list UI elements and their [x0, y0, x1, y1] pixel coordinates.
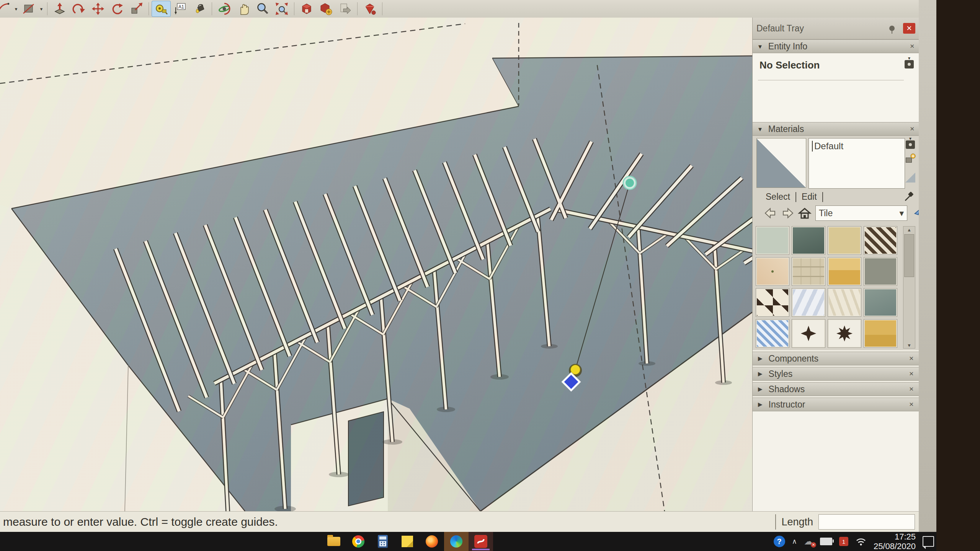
collection-dropdown-value: Tile [819, 208, 899, 218]
components-section-header[interactable]: ▶ Components ✕ [753, 352, 919, 365]
tray-title: Default Tray [756, 23, 889, 34]
material-swatch[interactable] [828, 257, 861, 286]
material-swatch[interactable] [864, 226, 897, 255]
create-material-button[interactable] [905, 153, 916, 166]
material-swatch[interactable] [756, 226, 789, 255]
material-swatch[interactable] [828, 288, 861, 317]
paint-bucket-icon [193, 2, 206, 15]
push-pull-tool[interactable] [50, 1, 69, 17]
follow-me-icon [72, 2, 85, 15]
tray-close-button[interactable]: ✕ [903, 23, 915, 34]
calculator-button[interactable] [371, 532, 395, 551]
arc-tool-caret[interactable]: ▾ [13, 1, 19, 17]
edge-button[interactable] [444, 532, 469, 551]
chrome-button[interactable] [346, 532, 371, 551]
entity-info-close-icon[interactable]: ✕ [910, 43, 915, 50]
sticky-notes-button[interactable] [395, 532, 420, 551]
material-swatch[interactable] [756, 257, 789, 286]
material-name: Default [812, 141, 843, 152]
material-swatch[interactable] [864, 288, 897, 317]
ruby-console-button[interactable] [360, 1, 379, 17]
orbit-tool[interactable] [215, 1, 234, 17]
tray-empty-area [753, 411, 919, 516]
material-preview-thumbnail[interactable] [756, 138, 806, 188]
instructor-section-header[interactable]: ▶ Instructor ✕ [753, 398, 919, 411]
forward-arrow-button[interactable] [781, 207, 794, 219]
components-close-icon[interactable]: ✕ [909, 355, 914, 362]
styles-section-header[interactable]: ▶ Styles ✕ [753, 367, 919, 381]
edge-icon [450, 535, 462, 548]
material-swatch[interactable] [864, 319, 897, 348]
move-tool[interactable] [88, 1, 108, 17]
shadows-close-icon[interactable]: ✕ [909, 386, 914, 393]
onedrive-icon[interactable]: ☁✕ [804, 537, 813, 546]
rectangle-tool[interactable] [19, 1, 38, 17]
model-canvas [0, 18, 752, 511]
taskbar-clock[interactable]: 17:25 25/08/2020 [874, 532, 916, 551]
scrollbar-thumb[interactable] [904, 234, 914, 277]
material-swatch[interactable] [792, 257, 825, 286]
tray-chevron-icon[interactable]: ∧ [792, 537, 797, 546]
tab-edit[interactable]: Edit [796, 192, 822, 202]
materials-close-icon[interactable]: ✕ [910, 126, 915, 132]
laptop-bezel [936, 0, 960, 551]
material-swatch[interactable] [828, 226, 861, 255]
toolbar-separator [382, 2, 382, 15]
extension-warehouse-icon [319, 2, 332, 15]
scroll-up-icon[interactable]: ▴ [908, 227, 910, 233]
scale-tool[interactable] [127, 1, 146, 17]
styles-close-icon[interactable]: ✕ [909, 370, 914, 377]
scroll-down-icon[interactable]: ▾ [908, 342, 910, 348]
materials-label: Materials [768, 124, 804, 134]
back-arrow-button[interactable] [764, 207, 777, 219]
help-tray-icon[interactable]: ? [774, 536, 785, 547]
material-swatch[interactable] [792, 319, 825, 348]
material-swatch[interactable] [828, 319, 861, 348]
ornament-icon [836, 326, 853, 342]
3d-warehouse-button[interactable] [297, 1, 316, 17]
toggle-visibility-icon[interactable]: ▾ [905, 56, 914, 68]
export-model-button[interactable] [335, 1, 354, 17]
zoom-extents-tool[interactable] [272, 1, 291, 17]
materials-header[interactable]: ▼ Materials ✕ [753, 122, 919, 136]
home-button[interactable] [798, 207, 812, 219]
chrome-icon [352, 535, 364, 548]
material-name-box[interactable]: Default [808, 138, 905, 189]
firefox-button[interactable] [420, 532, 444, 551]
material-swatch[interactable] [756, 288, 789, 317]
file-explorer-button[interactable] [322, 532, 346, 551]
extension-warehouse-button[interactable] [316, 1, 335, 17]
follow-me-tool[interactable] [69, 1, 88, 17]
tray-title-bar[interactable]: Default Tray ✕ [753, 18, 919, 39]
toolbar: ▾ ▾ A1 [0, 0, 919, 18]
chevron-right-icon: ▶ [758, 386, 763, 393]
entity-info-header[interactable]: ▼ Entity Info ✕ [753, 39, 919, 53]
swatch-scrollbar[interactable]: ▴ ▾ [903, 226, 915, 349]
battery-icon[interactable] [820, 538, 832, 545]
notification-tray-icon[interactable]: 1 [839, 537, 848, 546]
rectangle-tool-caret[interactable]: ▾ [38, 1, 44, 17]
tape-measure-tool[interactable] [152, 1, 171, 17]
material-swatch[interactable] [756, 319, 789, 348]
sample-paint-button[interactable] [903, 190, 915, 205]
collection-dropdown[interactable]: Tile ▾ [815, 205, 907, 221]
instructor-close-icon[interactable]: ✕ [909, 401, 914, 408]
model-viewport[interactable] [0, 18, 752, 511]
action-center-icon[interactable] [923, 536, 934, 547]
paint-bucket-tool[interactable] [190, 1, 209, 17]
length-input[interactable] [818, 514, 915, 530]
pan-tool[interactable] [234, 1, 253, 17]
zoom-tool[interactable] [253, 1, 272, 17]
shadows-section-header[interactable]: ▶ Shadows ✕ [753, 382, 919, 396]
pin-icon[interactable] [889, 26, 895, 31]
material-swatch[interactable] [792, 226, 825, 255]
material-swatch[interactable] [864, 257, 897, 286]
wifi-icon[interactable] [855, 537, 867, 546]
material-swatch[interactable] [792, 288, 825, 317]
rotate-tool[interactable] [108, 1, 127, 17]
sketchup-button[interactable] [469, 532, 493, 551]
text-tool[interactable]: A1 [171, 1, 190, 17]
arc-tool[interactable] [0, 1, 13, 17]
tab-select[interactable]: Select [760, 192, 795, 202]
secondary-pane-toggle[interactable]: ▾ [905, 137, 916, 149]
